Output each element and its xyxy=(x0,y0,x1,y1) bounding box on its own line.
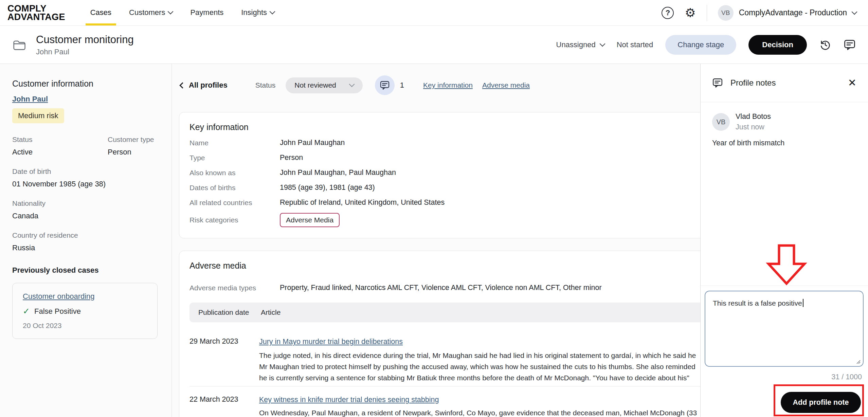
decision-button[interactable]: Decision xyxy=(748,35,807,55)
nav-divider xyxy=(707,5,707,21)
note-text: Year of birth mismatch xyxy=(712,139,856,147)
article-title-link[interactable]: Key witness in knife murder trial denies… xyxy=(259,395,439,404)
chevron-down-icon xyxy=(349,81,355,87)
comply-advantage-logo: COMPLY ADVANTAGE xyxy=(7,4,65,21)
help-icon[interactable]: ? xyxy=(662,7,674,19)
comments-icon[interactable] xyxy=(844,39,856,51)
red-annotation-arrow-icon xyxy=(766,243,807,286)
nav-item-payments[interactable]: Payments xyxy=(185,0,228,25)
jump-link-adverse-media[interactable]: Adverse media xyxy=(482,81,530,89)
content-area: Customer information John Paul Medium ri… xyxy=(0,64,868,417)
assignee-dropdown[interactable]: Unassigned xyxy=(556,40,604,49)
resize-handle-icon[interactable] xyxy=(856,359,861,364)
note-avatar: VB xyxy=(712,113,730,131)
profile-notes-panel: Profile notes ✕ VB Vlad Botos Just now Y… xyxy=(700,64,868,417)
nav-item-label: Insights xyxy=(241,8,267,17)
kv-label: Type xyxy=(189,154,280,162)
nav-item-insights[interactable]: Insights xyxy=(236,0,279,25)
back-label: All profiles xyxy=(189,81,228,90)
nav-right: ? ⚙ VB ComplyAdvantage - Production xyxy=(662,5,856,21)
profile-main: All profiles Status Not reviewed 1 Key i… xyxy=(172,64,700,417)
article-date: 22 March 2023 xyxy=(189,395,259,417)
kv-label: Also known as xyxy=(189,169,280,177)
comment-bubble-icon xyxy=(380,80,390,90)
top-nav: COMPLY ADVANTAGE Cases Customers Payment… xyxy=(0,0,868,26)
profile-topbar: All profiles Status Not reviewed 1 Key i… xyxy=(180,75,530,95)
risk-badge: Medium risk xyxy=(12,108,64,123)
chevron-down-icon xyxy=(599,41,605,47)
folder-icon xyxy=(12,38,26,51)
stage-status: Not started xyxy=(617,40,653,49)
nav-item-cases[interactable]: Cases xyxy=(86,0,116,25)
column-publication-date: Publication date xyxy=(198,308,261,316)
org-name: ComplyAdvantage - Production xyxy=(739,8,847,17)
closed-case-result: False Positive xyxy=(34,307,81,316)
article-snippet: On Wednesday, Paul Maughan, a resident o… xyxy=(259,407,700,417)
kv-value: 1985 (age 39), 1981 (age 43) xyxy=(280,183,375,192)
article-date: 29 March 2023 xyxy=(189,337,259,383)
case-header: Customer monitoring John Paul Unassigned… xyxy=(0,26,868,64)
dob-value: 01 November 1985 (age 38) xyxy=(12,180,159,188)
closed-case-card: Customer onboarding ✓ False Positive 20 … xyxy=(12,283,158,339)
status-dropdown[interactable]: Not reviewed xyxy=(286,77,363,93)
risk-categories-label: Risk categories xyxy=(189,216,280,224)
note-author: Vlad Botos xyxy=(736,112,771,121)
residence-label: Country of residence xyxy=(12,231,159,239)
note-timestamp: Just now xyxy=(736,123,771,131)
history-icon[interactable] xyxy=(819,39,831,51)
adverse-media-card: Adverse media Adverse media types Proper… xyxy=(179,251,700,417)
customer-name-link[interactable]: John Paul xyxy=(12,95,48,104)
avatar: VB xyxy=(718,5,734,21)
change-stage-button[interactable]: Change stage xyxy=(665,35,736,55)
back-to-all-profiles[interactable]: All profiles xyxy=(180,81,228,90)
note-input-value: This result is a false positive xyxy=(713,299,802,307)
chevron-down-icon xyxy=(852,9,857,15)
status-dropdown-value: Not reviewed xyxy=(294,81,336,89)
nav-item-label: Payments xyxy=(190,8,223,17)
nav-item-label: Cases xyxy=(90,8,111,17)
gear-icon[interactable]: ⚙ xyxy=(685,7,695,19)
key-information-title: Key information xyxy=(189,122,700,132)
adverse-types-value: Property, Fraud linked, Narcotics AML CF… xyxy=(280,284,602,292)
article-title-link[interactable]: Jury in Mayo murder trial begin delibera… xyxy=(259,337,403,346)
nationality-value: Canada xyxy=(12,212,159,220)
dob-label: Date of birth xyxy=(12,167,159,176)
notes-icon xyxy=(712,77,723,88)
close-icon[interactable]: ✕ xyxy=(848,78,856,88)
check-icon: ✓ xyxy=(23,306,30,316)
adverse-types-label: Adverse media types xyxy=(189,284,280,292)
kv-value: John Paul Maughan, Paul Maughan xyxy=(280,168,396,177)
page-subtitle: John Paul xyxy=(36,48,134,56)
profile-comments-button[interactable] xyxy=(375,75,395,95)
profile-notes-title: Profile notes xyxy=(730,78,776,88)
note-item: VB Vlad Botos Just now Year of birth mis… xyxy=(701,102,868,147)
kv-label: All related countries xyxy=(189,199,280,207)
closed-case-link[interactable]: Customer onboarding xyxy=(23,292,95,301)
adverse-media-title: Adverse media xyxy=(189,260,700,271)
kv-label: Name xyxy=(189,139,280,147)
assignee-label: Unassigned xyxy=(556,40,596,49)
account-menu[interactable]: VB ComplyAdvantage - Production xyxy=(718,5,856,21)
column-article: Article xyxy=(261,308,281,316)
add-profile-note-button[interactable]: Add profile note xyxy=(781,392,861,413)
kv-value: John Paul Maughan xyxy=(280,139,345,147)
key-information-card: Key information Name John Paul Maughan T… xyxy=(179,112,700,238)
character-counter: 31 / 1000 xyxy=(831,373,862,381)
nav-item-label: Customers xyxy=(129,8,165,17)
closed-cases-heading: Previously closed cases xyxy=(12,266,159,275)
status-label: Status xyxy=(255,81,276,89)
nav-item-customers[interactable]: Customers xyxy=(124,0,177,25)
jump-link-key-information[interactable]: Key information xyxy=(423,81,473,89)
nav-menu: Cases Customers Payments Insights xyxy=(82,0,283,25)
note-input[interactable]: This result is a false positive xyxy=(705,291,864,367)
comment-count: 1 xyxy=(400,81,404,90)
status-value: Active xyxy=(12,148,108,157)
chevron-down-icon xyxy=(168,9,174,15)
logo-line-2: ADVANTAGE xyxy=(7,13,65,21)
customer-info-sidebar: Customer information John Paul Medium ri… xyxy=(0,64,172,417)
text-cursor xyxy=(803,299,803,307)
residence-value: Russia xyxy=(12,243,159,252)
sidebar-title: Customer information xyxy=(12,79,159,89)
article-row: 29 March 2023 Jury in Mayo murder trial … xyxy=(189,337,700,383)
chevron-down-icon xyxy=(270,9,275,15)
